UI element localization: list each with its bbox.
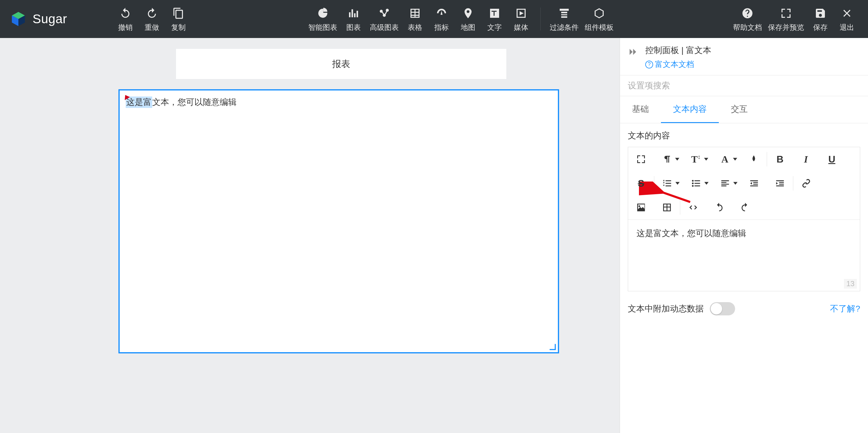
exit-label: 退出 bbox=[840, 23, 854, 32]
text-label: 文字 bbox=[487, 23, 502, 32]
close-icon bbox=[841, 6, 853, 21]
template-label: 组件模板 bbox=[585, 23, 614, 32]
richtext-selection: 这是富 bbox=[126, 96, 152, 108]
svg-point-9 bbox=[692, 185, 694, 187]
rte-table-button[interactable] bbox=[654, 195, 680, 220]
advanced-chart-label: 高级图表 bbox=[370, 23, 399, 32]
panel-body: 文本的内容 T↕ A B I U S bbox=[620, 123, 868, 433]
tab-interaction[interactable]: 交互 bbox=[719, 96, 760, 123]
help-icon bbox=[741, 6, 753, 21]
help-button[interactable]: 帮助文档 bbox=[731, 0, 764, 38]
copy-label: 复制 bbox=[171, 23, 186, 32]
map-icon bbox=[462, 6, 474, 21]
report-title: 报表 bbox=[332, 58, 350, 70]
table-button[interactable]: 表格 bbox=[402, 0, 428, 38]
workspace: 报表 这是富文本，您可以随意编辑 控制面板 | 富文本 ? 富文 bbox=[0, 38, 868, 433]
filter-icon bbox=[558, 6, 570, 21]
rte-bold-button[interactable]: B bbox=[767, 147, 793, 171]
undo-button[interactable]: 撤销 bbox=[113, 0, 138, 38]
toolbar-divider bbox=[540, 7, 541, 30]
save-preview-button[interactable]: 保存并预览 bbox=[766, 0, 807, 38]
collapse-panel-icon[interactable] bbox=[627, 46, 639, 61]
template-button[interactable]: 组件模板 bbox=[582, 0, 616, 38]
rte-paragraph-button[interactable] bbox=[654, 147, 683, 171]
help-label: 帮助文档 bbox=[733, 23, 762, 32]
smart-chart-label: 智能图表 bbox=[308, 23, 337, 32]
expand-icon bbox=[780, 6, 792, 21]
map-button[interactable]: 地图 bbox=[456, 0, 481, 38]
rte-fontsize-button[interactable]: T↕ bbox=[683, 147, 712, 171]
smart-chart-button[interactable]: 智能图表 bbox=[306, 0, 340, 38]
redo-button[interactable]: 重做 bbox=[139, 0, 164, 38]
help-circle-icon: ? bbox=[645, 61, 653, 68]
text-button[interactable]: 文字 bbox=[482, 0, 507, 38]
tab-basic[interactable]: 基础 bbox=[620, 96, 661, 123]
rte-content-area[interactable]: 这是富文本，您可以随意编辑 13 bbox=[628, 220, 860, 291]
template-icon bbox=[593, 6, 605, 21]
table-icon bbox=[409, 6, 421, 21]
toolbar-right-group: 帮助文档 保存并预览 保存 退出 bbox=[727, 0, 868, 38]
logo-area: Sugar bbox=[0, 11, 110, 27]
rte-highlight-button[interactable] bbox=[741, 147, 767, 171]
resize-handle-icon[interactable] bbox=[548, 343, 557, 351]
rte-text: 这是富文本，您可以随意编辑 bbox=[637, 229, 746, 238]
rte-ordered-list-button[interactable] bbox=[654, 171, 683, 195]
media-icon bbox=[515, 6, 527, 21]
canvas-area[interactable]: 报表 这是富文本，您可以随意编辑 bbox=[0, 38, 620, 433]
rte-fontcolor-button[interactable]: A bbox=[712, 147, 741, 171]
rte-align-button[interactable] bbox=[712, 171, 741, 195]
rte-outdent-button[interactable] bbox=[741, 171, 767, 195]
copy-button[interactable]: 复制 bbox=[166, 0, 191, 38]
redo-label: 重做 bbox=[145, 23, 159, 32]
section-label: 文本的内容 bbox=[628, 130, 860, 141]
panel-doc-link[interactable]: ? 富文本文档 bbox=[645, 59, 694, 70]
toolbar-center-group: 智能图表 图表 高级图表 表格 指标 地图 文字 媒体 bbox=[194, 0, 727, 38]
svg-point-7 bbox=[692, 180, 694, 182]
help-link[interactable]: 不了解? bbox=[830, 303, 860, 315]
text-icon bbox=[489, 6, 501, 21]
side-panel: 控制面板 | 富文本 ? 富文本文档 基础 文本内容 交互 文本的内容 bbox=[620, 38, 868, 433]
table-label: 表格 bbox=[408, 23, 422, 32]
map-label: 地图 bbox=[461, 23, 475, 32]
rte-undo-button[interactable] bbox=[706, 195, 732, 220]
rte-italic-button[interactable]: I bbox=[793, 147, 819, 171]
save-button[interactable]: 保存 bbox=[808, 0, 833, 38]
filter-button[interactable]: 过滤条件 bbox=[547, 0, 581, 38]
media-label: 媒体 bbox=[514, 23, 528, 32]
redo-icon bbox=[146, 6, 158, 21]
rte-code-button[interactable] bbox=[680, 195, 706, 220]
panel-tabs: 基础 文本内容 交互 bbox=[620, 96, 868, 123]
filter-label: 过滤条件 bbox=[550, 23, 579, 32]
save-label: 保存 bbox=[813, 23, 828, 32]
report-title-box[interactable]: 报表 bbox=[176, 49, 506, 79]
top-toolbar: Sugar 撤销 重做 复制 智能图表 图表 高级图表 表格 bbox=[0, 0, 868, 38]
rte-strike-button[interactable]: S bbox=[628, 171, 654, 195]
rte-underline-button[interactable]: U bbox=[819, 147, 845, 171]
exit-button[interactable]: 退出 bbox=[834, 0, 860, 38]
chart-label: 图表 bbox=[346, 23, 361, 32]
chart-button[interactable]: 图表 bbox=[341, 0, 366, 38]
tab-text-content[interactable]: 文本内容 bbox=[661, 96, 719, 123]
save-icon bbox=[814, 6, 827, 21]
smart-chart-icon bbox=[317, 6, 329, 21]
settings-search-input[interactable] bbox=[620, 76, 868, 96]
dynamic-data-option-row: 文本中附加动态数据 不了解? bbox=[628, 302, 860, 315]
copy-icon bbox=[173, 6, 184, 21]
dynamic-data-switch[interactable] bbox=[710, 302, 735, 315]
panel-doc-link-text: 富文本文档 bbox=[655, 59, 694, 70]
indicator-label: 指标 bbox=[434, 23, 449, 32]
save-preview-label: 保存并预览 bbox=[768, 23, 804, 32]
rte-indent-button[interactable] bbox=[767, 171, 793, 195]
panel-search bbox=[620, 75, 868, 96]
rte-redo-button[interactable] bbox=[732, 195, 758, 220]
richtext-component[interactable]: 这是富文本，您可以随意编辑 bbox=[119, 89, 559, 353]
advanced-chart-button[interactable]: 高级图表 bbox=[367, 0, 401, 38]
rte-fullscreen-button[interactable] bbox=[628, 147, 654, 171]
rte-unordered-list-button[interactable] bbox=[683, 171, 712, 195]
rte-image-button[interactable] bbox=[628, 195, 654, 220]
rte-link-button[interactable] bbox=[793, 171, 819, 195]
svg-point-8 bbox=[692, 182, 694, 184]
dynamic-data-label: 文本中附加动态数据 bbox=[628, 303, 704, 315]
media-button[interactable]: 媒体 bbox=[508, 0, 534, 38]
indicator-button[interactable]: 指标 bbox=[429, 0, 454, 38]
